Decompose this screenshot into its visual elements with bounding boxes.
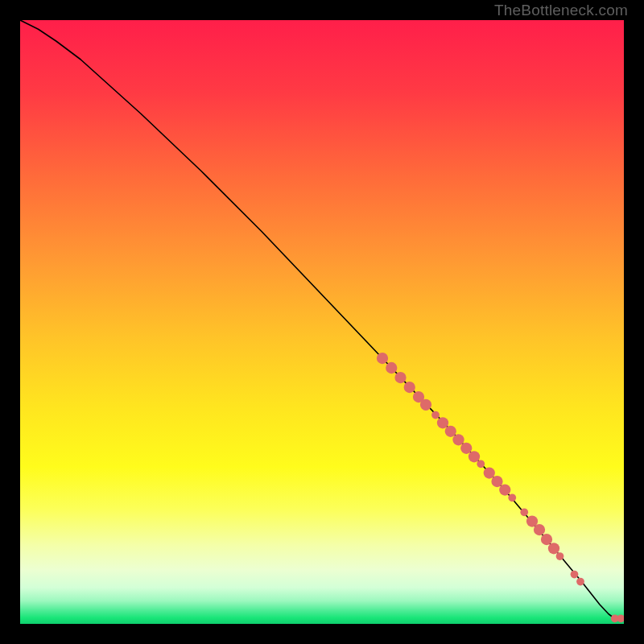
attribution-label: TheBottleneck.com bbox=[494, 2, 628, 19]
highlight-dot bbox=[556, 552, 564, 560]
highlight-dot bbox=[576, 578, 584, 586]
chart-stage: TheBottleneck.com bbox=[0, 0, 644, 644]
highlight-dot bbox=[534, 524, 545, 535]
highlight-dot bbox=[437, 417, 448, 428]
highlight-dot bbox=[499, 484, 510, 495]
highlight-dot bbox=[508, 493, 516, 502]
highlight-dot bbox=[420, 399, 431, 411]
highlight-dot bbox=[386, 362, 397, 374]
highlight-dot bbox=[520, 508, 528, 516]
highlight-dot bbox=[571, 571, 579, 579]
highlight-dot bbox=[460, 443, 472, 454]
highlight-dot bbox=[491, 476, 502, 487]
highlight-dot bbox=[394, 372, 406, 383]
highlight-dot bbox=[541, 534, 552, 545]
highlight-dot bbox=[377, 353, 388, 364]
highlight-dot bbox=[404, 382, 415, 393]
gradient-background bbox=[20, 20, 624, 624]
highlight-dot bbox=[477, 460, 485, 468]
bottleneck-plot bbox=[20, 20, 624, 624]
highlight-dot bbox=[452, 434, 464, 445]
highlight-dot bbox=[445, 426, 456, 437]
highlight-dot bbox=[469, 451, 480, 462]
highlight-dot bbox=[548, 543, 559, 554]
highlight-dot bbox=[431, 411, 440, 419]
highlight-dot bbox=[484, 467, 495, 478]
